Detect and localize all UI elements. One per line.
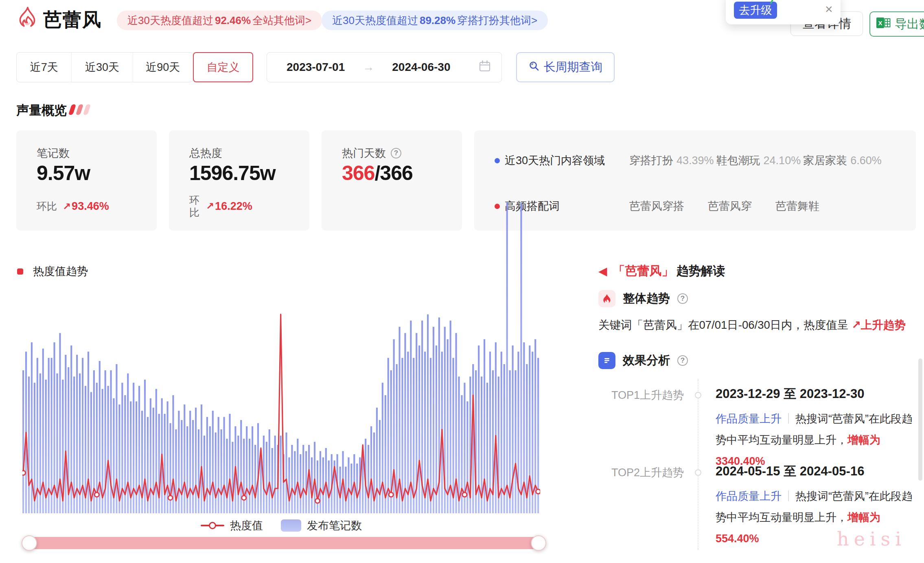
- overall-trend-text: 关键词「芭蕾风」在07/01日-06/30日内，热度值呈 ↗上升趋势: [598, 318, 924, 332]
- trend-direction: 上升趋势: [861, 319, 906, 331]
- trend-combo-chart[interactable]: [22, 202, 540, 513]
- signal-bars-icon: [70, 104, 89, 115]
- legend-line-label: 热度值: [230, 518, 263, 533]
- hot-domains-row: 近30天热门内容领域 穿搭打扮 43.39% 鞋包潮玩 24.10% 家居家装 …: [495, 153, 882, 168]
- close-icon[interactable]: ×: [825, 2, 833, 15]
- date-range-arrow-icon: →: [363, 61, 374, 74]
- top1-date-range: 2023-12-29 至 2023-12-30: [716, 385, 864, 402]
- quality-rise-tag[interactable]: 作品质量上升: [716, 413, 782, 425]
- timeline-dotted-line: [698, 379, 698, 550]
- top2-rank-label: TOP2上升趋势: [611, 465, 684, 480]
- effect-analysis-label: 效果分析: [623, 352, 670, 369]
- legend-item-bar[interactable]: 发布笔记数: [281, 518, 362, 533]
- hot-days-label: 热门天数: [342, 146, 386, 161]
- domain-name[interactable]: 家居家装: [803, 153, 847, 168]
- badge-text-pre: 近30天热度值超过: [127, 13, 213, 28]
- overall-trend-row: 整体趋势 ?: [598, 290, 688, 307]
- line-series-icon: [201, 522, 224, 529]
- export-data-button[interactable]: X 导出数据: [869, 11, 924, 37]
- frequent-word[interactable]: 芭蕾风穿搭: [629, 199, 684, 213]
- trend-up-arrow-icon: ↗: [852, 319, 861, 331]
- date-range-segment-group: 近7天 近30天 近90天: [16, 52, 193, 82]
- insight-header: ◀ 「芭蕾风」 趋势解读: [598, 263, 725, 279]
- top1-rank-label: TOP1上升趋势: [611, 388, 684, 402]
- divider: [788, 490, 789, 501]
- chart-legend: 热度值 发布笔记数: [22, 518, 540, 533]
- hot-domains-label: 近30天热门内容领域: [505, 153, 627, 168]
- bar-series-icon: [281, 519, 301, 532]
- badge-value: 89.28%: [420, 14, 455, 27]
- blue-dot-icon: [495, 158, 500, 163]
- help-icon[interactable]: ?: [677, 355, 688, 366]
- help-icon[interactable]: ?: [677, 293, 688, 304]
- domain-pct: 43.39%: [677, 154, 714, 167]
- long-period-query-button[interactable]: 长周期查询: [516, 52, 615, 82]
- frequent-words-row: 高频搭配词 芭蕾风穿搭 芭蕾风穿 芭蕾舞鞋: [495, 199, 843, 213]
- metric-label: 笔记数: [37, 146, 70, 161]
- domain-pct: 6.60%: [850, 154, 882, 167]
- badge-text-post: 全站其他词>: [252, 13, 311, 28]
- domain-pct: 24.10%: [764, 154, 801, 167]
- page-scrollbar-thumb[interactable]: [918, 358, 922, 481]
- start-date-value[interactable]: 2023-07-01: [287, 61, 345, 74]
- insight-title: 趋势解读: [677, 263, 725, 279]
- upgrade-popup: 去升级 ×: [726, 0, 841, 24]
- heat-rank-badge-category[interactable]: 近30天热度值超过 89.28% 穿搭打扮其他词>: [322, 11, 548, 30]
- metric-label: 总热度: [189, 146, 222, 161]
- section-title-volume-overview: 声量概览: [16, 102, 67, 119]
- tab-last-30-days[interactable]: 近30天: [72, 53, 133, 82]
- metric-label: 热门天数 ?: [342, 146, 401, 161]
- overall-text-prefix: 关键词「芭蕾风」在07/01日-06/30日内，热度值呈: [598, 319, 852, 331]
- timeline-node-icon: [695, 392, 701, 398]
- top1-description: 作品质量上升热搜词“芭蕾风”在此段趋势中平均互动量明显上升，增幅为3340.40…: [716, 408, 921, 472]
- timeline-node-icon: [695, 469, 701, 476]
- help-icon[interactable]: ?: [391, 148, 401, 158]
- flame-logo-icon: [15, 6, 39, 29]
- slider-handle-right[interactable]: [531, 535, 546, 551]
- search-icon: [528, 60, 540, 75]
- tab-last-90-days[interactable]: 近90天: [133, 53, 193, 82]
- quality-rise-tag[interactable]: 作品质量上升: [716, 490, 782, 502]
- calendar-icon[interactable]: [479, 60, 491, 75]
- tab-last-7-days[interactable]: 近7天: [17, 53, 72, 82]
- collapse-triangle-icon[interactable]: ◀: [598, 264, 607, 278]
- effect-analysis-row: 效果分析 ?: [598, 352, 688, 369]
- badge-text-post: 穿搭打扮其他词>: [457, 13, 537, 28]
- watermark: heisi: [837, 528, 906, 550]
- metric-value: 1596.75w: [189, 161, 276, 185]
- page-title: 芭蕾风: [43, 7, 102, 33]
- legend-bar-label: 发布笔记数: [307, 518, 362, 533]
- tab-custom-range-selected[interactable]: 自定义: [193, 52, 253, 82]
- end-date-value[interactable]: 2024-06-30: [392, 61, 450, 74]
- svg-text:X: X: [878, 20, 882, 26]
- document-chip-icon: [598, 352, 615, 369]
- metric-value: 9.57w: [37, 161, 90, 185]
- heat-rank-badge-all-site[interactable]: 近30天热度值超过 92.46% 全站其他词>: [117, 11, 322, 30]
- top2-date-range: 2024-05-15 至 2024-05-16: [716, 463, 864, 480]
- domain-name[interactable]: 穿搭打扮: [629, 153, 673, 168]
- domain-name[interactable]: 鞋包潮玩: [716, 153, 760, 168]
- flame-chip-icon: [598, 290, 615, 307]
- overall-trend-label: 整体趋势: [623, 290, 670, 307]
- legend-item-line[interactable]: 热度值: [201, 518, 263, 533]
- insight-keyword: 「芭蕾风」: [613, 263, 674, 279]
- hot-days-total: /366: [374, 162, 412, 185]
- keyword-context-panel: 近30天热门内容领域 穿搭打扮 43.39% 鞋包潮玩 24.10% 家居家装 …: [474, 130, 916, 231]
- badge-value: 92.46%: [215, 14, 251, 27]
- date-range-picker[interactable]: 2023-07-01 → 2024-06-30: [267, 52, 502, 82]
- frequent-word[interactable]: 芭蕾风穿: [708, 199, 752, 213]
- chart-range-slider[interactable]: [22, 537, 545, 549]
- upgrade-arrow-icon: [769, 0, 779, 7]
- export-label: 导出数据: [895, 16, 924, 33]
- frequent-word[interactable]: 芭蕾舞鞋: [775, 199, 819, 213]
- long-period-query-label: 长周期查询: [544, 59, 603, 75]
- badge-text-pre: 近30天热度值超过: [332, 13, 418, 28]
- excel-icon: X: [876, 15, 891, 33]
- divider: [788, 413, 789, 424]
- slider-handle-left[interactable]: [22, 535, 37, 551]
- hot-days-count: 366: [342, 162, 374, 185]
- metric-value: 366/366: [342, 161, 413, 185]
- upgrade-label: 去升级: [739, 3, 772, 18]
